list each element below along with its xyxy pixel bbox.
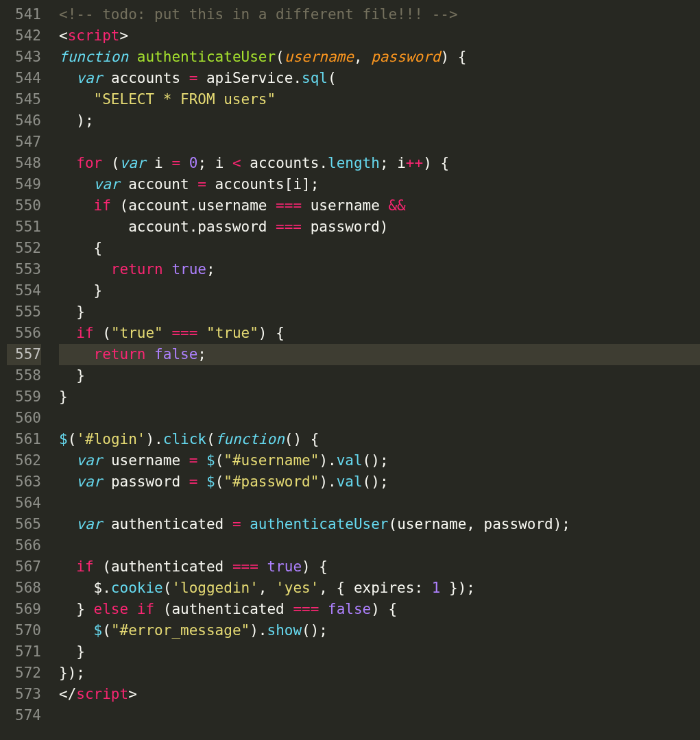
line-number: 568 — [7, 578, 41, 599]
token-prop: length — [328, 155, 380, 171]
code-line[interactable]: function authenticateUser(username, pass… — [59, 47, 700, 68]
token-kw2: function — [215, 431, 285, 447]
line-number: 548 — [7, 153, 41, 174]
token-bool: false — [328, 601, 371, 617]
code-line[interactable]: account.password === password) — [59, 217, 700, 238]
code-line[interactable]: var account = accounts[i]; — [59, 174, 700, 195]
code-line[interactable] — [59, 408, 700, 429]
code-line[interactable]: if ("true" === "true") { — [59, 323, 700, 344]
token-punc: (); — [363, 473, 389, 490]
code-line[interactable]: { — [59, 238, 700, 259]
code-line[interactable] — [59, 705, 700, 726]
token-kw2: function — [59, 49, 128, 65]
token-punc: > — [120, 27, 129, 44]
code-line[interactable]: $.cookie('loggedin', 'yes', { expires: 1… — [59, 578, 700, 599]
code-line[interactable]: if (account.username === username && — [59, 195, 700, 217]
token-id: authenticated — [102, 516, 232, 532]
code-line[interactable]: return false; — [59, 344, 700, 365]
token-kw2: var — [76, 452, 102, 469]
token-punc — [59, 473, 76, 490]
token-punc: ( — [215, 452, 224, 469]
line-number: 543 — [7, 47, 41, 68]
line-number: 551 — [7, 217, 41, 238]
code-line[interactable]: </script> — [59, 684, 700, 705]
code-line[interactable] — [59, 535, 700, 556]
token-punc: ). — [319, 473, 336, 490]
code-line[interactable]: <!-- todo: put this in a different file!… — [59, 4, 700, 25]
token-kw: else — [94, 601, 129, 617]
token-punc: (username, password); — [389, 516, 571, 532]
token-punc: }); — [440, 580, 475, 596]
token-kw2: var — [76, 516, 102, 532]
token-punc: }); — [59, 665, 85, 681]
code-line[interactable]: } — [59, 365, 700, 386]
token-punc — [59, 622, 94, 639]
token-punc: ( — [163, 580, 172, 596]
code-line[interactable]: var password = $("#password").val(); — [59, 471, 700, 493]
token-punc: < — [59, 27, 68, 44]
line-number: 555 — [7, 301, 41, 323]
code-line[interactable]: var authenticated = authenticateUser(use… — [59, 514, 700, 535]
token-punc — [59, 325, 76, 341]
code-line[interactable]: <script> — [59, 25, 700, 47]
code-line[interactable]: } — [59, 641, 700, 663]
line-number: 563 — [7, 471, 41, 493]
token-punc — [59, 176, 94, 193]
code-line[interactable]: ); — [59, 110, 700, 132]
token-kw: ++ — [406, 155, 423, 171]
token-punc — [163, 261, 172, 278]
code-line[interactable]: var accounts = apiService.sql( — [59, 68, 700, 89]
token-punc: ) { — [371, 601, 397, 617]
token-punc: ( — [206, 431, 215, 447]
token-punc — [59, 516, 76, 532]
code-area[interactable]: <!-- todo: put this in a different file!… — [51, 0, 700, 740]
token-punc: username — [302, 197, 388, 214]
token-punc: } — [59, 282, 102, 299]
line-number: 544 — [7, 68, 41, 89]
token-punc: > — [128, 686, 137, 702]
token-str: "#username" — [224, 452, 319, 469]
code-line[interactable]: } — [59, 280, 700, 301]
token-call: $ — [206, 452, 215, 469]
token-call: val — [337, 473, 363, 490]
code-line[interactable]: if (authenticated === true) { — [59, 556, 700, 578]
line-number: 574 — [7, 705, 41, 726]
code-line[interactable]: $('#login').click(function() { — [59, 429, 700, 450]
token-cmt: <!-- todo: put this in a different file!… — [59, 6, 458, 23]
code-line[interactable]: } — [59, 301, 700, 323]
code-line[interactable]: "SELECT * FROM users" — [59, 89, 700, 110]
token-punc — [197, 473, 206, 490]
token-str: '#login' — [76, 431, 145, 447]
line-number: 554 — [7, 280, 41, 301]
code-line[interactable] — [59, 493, 700, 514]
token-punc: ( — [68, 431, 77, 447]
token-call: cookie — [111, 580, 163, 596]
code-editor[interactable]: 5415425435445455465475485495505515525535… — [0, 0, 700, 740]
code-line[interactable]: }); — [59, 663, 700, 684]
token-punc — [59, 197, 94, 214]
token-punc: ) { — [423, 155, 449, 171]
token-punc: ). — [250, 622, 267, 639]
token-bool: true — [267, 558, 302, 575]
token-num: 0 — [189, 155, 198, 171]
token-punc: (account.username — [111, 197, 276, 214]
token-punc — [128, 601, 137, 617]
code-line[interactable]: for (var i = 0; i < accounts.length; i++… — [59, 153, 700, 174]
token-kw2: var — [94, 176, 120, 193]
token-str: "true" — [111, 325, 163, 341]
token-kw2: var — [76, 473, 102, 490]
token-kw: = — [189, 452, 198, 469]
token-punc — [59, 91, 94, 108]
token-punc: ( — [276, 49, 285, 65]
token-kw: === — [293, 601, 319, 617]
code-line[interactable]: return true; — [59, 259, 700, 280]
code-line[interactable]: $("#error_message").show(); — [59, 620, 700, 641]
token-id: accounts[i]; — [206, 176, 319, 193]
code-line[interactable]: var username = $("#username").val(); — [59, 450, 700, 471]
token-kw: if — [76, 325, 93, 341]
token-arg: password — [371, 49, 440, 65]
code-line[interactable] — [59, 132, 700, 153]
code-line[interactable]: } else if (authenticated === false) { — [59, 599, 700, 620]
token-kw: = — [189, 473, 198, 490]
code-line[interactable]: } — [59, 386, 700, 408]
